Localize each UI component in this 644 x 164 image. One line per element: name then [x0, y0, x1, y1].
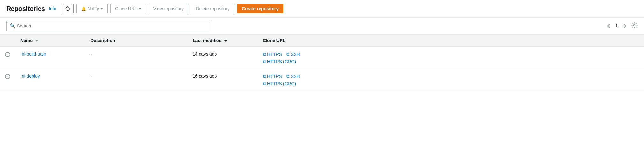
col-header-name[interactable]: Name: [15, 35, 85, 47]
repo-last-modified: 14 days ago: [187, 47, 258, 69]
toolbar: Repositories Info 🔔 Notify Clone URL Vie…: [0, 0, 644, 18]
chevron-left-icon: [607, 24, 610, 28]
view-repository-button[interactable]: View repository: [149, 4, 188, 13]
col-description-label: Description: [91, 38, 115, 43]
settings-icon: [631, 22, 638, 28]
repo-clone-urls: ⧉ HTTPS⧉ SSH⧉ HTTPS (GRC): [258, 69, 644, 91]
notify-label: Notify: [88, 6, 99, 11]
col-header-clone-url: Clone URL: [258, 35, 644, 47]
name-sort-icon: [35, 40, 38, 42]
create-repo-label: Create repository: [242, 6, 279, 11]
copy-icon: ⧉: [263, 51, 266, 57]
table-header-row: Name Description Last modified Clone URL: [0, 35, 644, 47]
refresh-button[interactable]: [62, 4, 74, 13]
search-container: 🔍: [6, 21, 210, 31]
copy-icon: ⧉: [263, 59, 266, 64]
next-page-button[interactable]: [622, 23, 628, 29]
current-page: 1: [613, 23, 620, 28]
last-modified-sort-icon: [224, 40, 227, 42]
col-name-label: Name: [20, 38, 33, 43]
repositories-table: Name Description Last modified Clone URL…: [0, 34, 644, 91]
clone-ssh-link[interactable]: ⧉ SSH: [286, 73, 300, 79]
copy-icon: ⧉: [286, 51, 289, 57]
table-row: ml-deploy-16 days ago⧉ HTTPS⧉ SSH⧉ HTTPS…: [0, 69, 644, 91]
repo-name-link[interactable]: ml-build-train: [20, 51, 46, 56]
copy-icon: ⧉: [286, 73, 289, 79]
search-input[interactable]: [6, 21, 210, 31]
col-header-last-modified[interactable]: Last modified: [187, 35, 258, 47]
repo-clone-urls: ⧉ HTTPS⧉ SSH⧉ HTTPS (GRC): [258, 47, 644, 69]
search-icon: 🔍: [10, 23, 16, 29]
delete-repo-label: Delete repository: [196, 6, 230, 11]
copy-icon: ⧉: [263, 81, 266, 86]
info-link[interactable]: Info: [49, 6, 56, 11]
clone-url-chevron-icon: [139, 8, 141, 10]
delete-repository-button[interactable]: Delete repository: [191, 4, 234, 13]
clone-https-grc-link[interactable]: ⧉ HTTPS (GRC): [263, 59, 296, 64]
view-repo-label: View repository: [153, 6, 184, 11]
table-row: ml-build-train-14 days ago⧉ HTTPS⧉ SSH⧉ …: [0, 47, 644, 69]
bell-icon: 🔔: [81, 6, 86, 11]
clone-https-link[interactable]: ⧉ HTTPS: [263, 73, 282, 79]
copy-icon: ⧉: [263, 73, 266, 79]
repo-name-link[interactable]: ml-deploy: [20, 73, 40, 78]
prev-page-button[interactable]: [605, 23, 611, 29]
repo-description: -: [85, 47, 187, 69]
col-clone-url-label: Clone URL: [263, 38, 286, 43]
repo-description: -: [85, 69, 187, 91]
row-select-radio[interactable]: [5, 74, 10, 79]
clone-ssh-link[interactable]: ⧉ SSH: [286, 51, 300, 57]
svg-point-0: [634, 24, 635, 26]
refresh-icon: [65, 6, 70, 11]
notify-button[interactable]: 🔔 Notify: [76, 4, 108, 13]
col-header-select: [0, 35, 15, 47]
page-title: Repositories: [6, 5, 45, 12]
pagination-controls: 1: [605, 22, 638, 30]
clone-https-grc-link[interactable]: ⧉ HTTPS (GRC): [263, 81, 296, 86]
clone-url-label: Clone URL: [115, 6, 137, 11]
chevron-right-icon: [624, 24, 626, 28]
clone-https-link[interactable]: ⧉ HTTPS: [263, 51, 282, 57]
repo-last-modified: 16 days ago: [187, 69, 258, 91]
col-last-modified-label: Last modified: [193, 38, 222, 43]
search-row: 🔍 1: [0, 18, 644, 34]
settings-button[interactable]: [631, 22, 638, 30]
clone-url-button[interactable]: Clone URL: [110, 4, 146, 13]
col-header-description: Description: [85, 35, 187, 47]
table-container: Name Description Last modified Clone URL…: [0, 34, 644, 91]
notify-chevron-icon: [100, 8, 103, 10]
create-repository-button[interactable]: Create repository: [237, 4, 283, 13]
row-select-radio[interactable]: [5, 52, 10, 57]
